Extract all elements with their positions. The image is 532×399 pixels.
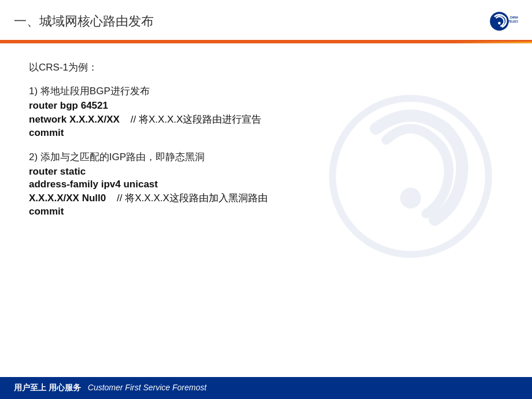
svg-text:TELECOM: TELECOM xyxy=(508,20,518,23)
code-line-3: commit xyxy=(29,127,503,139)
code-line-6: X.X.X.X/XX Null0 // 将X.X.X.X这段路由加入黑洞路由 xyxy=(29,191,503,205)
content-block: 以CRS-1为例： 1) 将地址段用BGP进行发布 router bgp 645… xyxy=(29,61,503,217)
code-line-2: network X.X.X.X/XX // 将X.X.X.X这段路由进行宣告 xyxy=(29,113,503,126)
section1-title: 1) 将地址段用BGP进行发布 xyxy=(29,84,503,98)
footer-text: 用户至上 用心服务 Customer First Service Foremos… xyxy=(14,383,206,393)
code-line-5: address-family ipv4 unicast xyxy=(29,179,503,190)
page-title: 一、城域网核心路由发布 xyxy=(14,13,154,30)
svg-text:CHINA: CHINA xyxy=(510,16,518,19)
section2-title: 2) 添加与之匹配的IGP路由，即静态黑洞 xyxy=(29,150,503,164)
footer: 用户至上 用心服务 Customer First Service Foremos… xyxy=(0,377,532,399)
code-line-1: router bgp 64521 xyxy=(29,100,503,112)
logo-area: CHINA TELECOM xyxy=(488,10,518,32)
svg-point-1 xyxy=(498,21,501,24)
main-content: 以CRS-1为例： 1) 将地址段用BGP进行发布 router bgp 645… xyxy=(0,43,532,230)
intro-text: 以CRS-1为例： xyxy=(29,61,503,74)
footer-chinese: 用户至上 用心服务 xyxy=(14,383,81,392)
code-line-7: commit xyxy=(29,206,503,217)
china-telecom-logo-icon: CHINA TELECOM xyxy=(488,10,518,32)
header: 一、城域网核心路由发布 CHINA TELECOM xyxy=(0,0,532,42)
footer-english: Customer First Service Foremost xyxy=(88,383,206,392)
code-line-4: router static xyxy=(29,166,503,178)
